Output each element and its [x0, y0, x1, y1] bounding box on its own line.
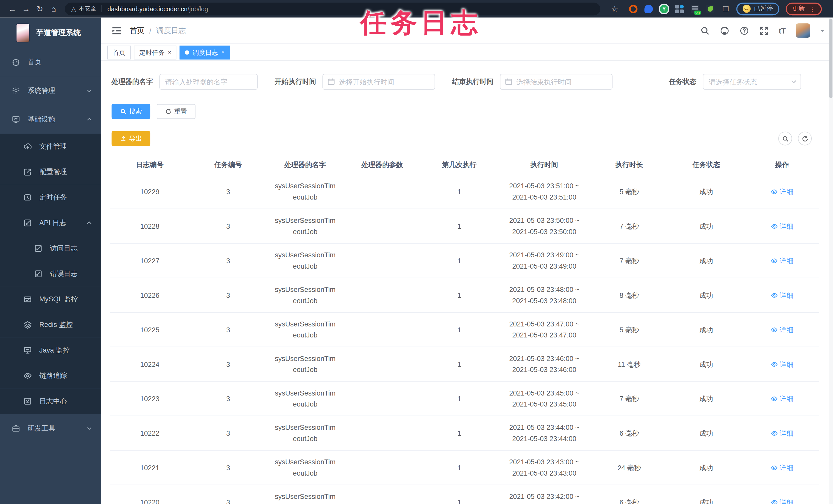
detail-link[interactable]: 详细 [745, 324, 819, 335]
reset-button[interactable]: 重置 [157, 104, 195, 119]
extensions-puzzle-icon[interactable]: ❒ [721, 5, 730, 13]
task-status-select[interactable] [703, 74, 801, 90]
extension-orange-ring-icon[interactable] [629, 5, 637, 13]
detail-link[interactable]: 详细 [745, 289, 819, 301]
sidebar-item-api-日志[interactable]: API 日志 [0, 210, 101, 236]
sidebar-item-label: 文件管理 [40, 142, 67, 151]
extensions-area: Y on ❒ [629, 5, 730, 13]
cell-duration: 6 毫秒 [591, 416, 668, 450]
sidebar-item-label: 配置管理 [40, 167, 67, 177]
cell-handler-param [344, 347, 421, 381]
reload-icon[interactable]: ↻ [33, 4, 47, 14]
menu-dots-icon[interactable]: ⋮ [809, 5, 815, 12]
end-time-input[interactable] [500, 74, 613, 90]
tab-close-icon[interactable]: × [168, 49, 171, 55]
app-logo[interactable]: 芋道管理系统 [0, 18, 101, 48]
font-size-icon[interactable]: tT [779, 26, 786, 35]
export-button[interactable]: 导出 [112, 131, 150, 146]
sidebar-item-链路追踪[interactable]: 链路追踪 [0, 363, 101, 388]
extension-blue-drop-icon[interactable] [644, 5, 653, 13]
edit-square-icon [23, 168, 32, 176]
profile-paused-badge[interactable]: 已暂停 [736, 2, 779, 15]
fullscreen-icon[interactable] [759, 26, 768, 35]
extension-leaf-icon[interactable] [706, 5, 714, 13]
back-icon[interactable]: ← [5, 4, 19, 13]
breadcrumb-home[interactable]: 首页 [129, 26, 144, 35]
detail-link[interactable]: 详细 [745, 462, 819, 473]
table-row: 102273sysUserSessionTimeoutJob12021-05-0… [110, 244, 819, 278]
scrollbar-thumb[interactable] [829, 19, 832, 98]
search-icon [782, 135, 789, 142]
refresh-table-button[interactable] [798, 132, 812, 146]
handler-name-input[interactable] [159, 74, 258, 90]
tags-view-bar: 首页定时任务×调度日志× [101, 44, 833, 61]
user-avatar[interactable] [796, 23, 810, 37]
page-scrollbar[interactable] [829, 18, 833, 504]
cell-actions: 详细 [745, 209, 819, 243]
cell-actions: 详细 [745, 485, 819, 504]
extension-on-badge-icon[interactable]: on [691, 5, 699, 13]
sidebar-item-首页[interactable]: 首页 [0, 48, 101, 76]
eye-icon [770, 257, 778, 264]
sidebar-item-错误日志[interactable]: 错误日志 [0, 261, 101, 287]
detail-link[interactable]: 详细 [745, 255, 819, 266]
sidebar-item-定时任务[interactable]: 定时任务 [0, 185, 101, 210]
search-icon[interactable] [700, 26, 710, 35]
cell-handler-name: sysUserSessionTimeoutJob [267, 175, 344, 209]
extension-grid-icon[interactable] [675, 5, 684, 13]
cell-handler-name: sysUserSessionTimeoutJob [267, 209, 344, 243]
cell-log-id: 10229 [110, 175, 190, 209]
cell-task-id: 3 [190, 485, 267, 504]
sidebar-item-基础设施[interactable]: 基础设施 [0, 105, 101, 134]
chrome-update-button[interactable]: 更新 ⋮ [786, 2, 822, 15]
detail-link[interactable]: 详细 [745, 393, 819, 404]
forward-icon[interactable]: → [19, 4, 33, 13]
cell-log-id: 10222 [110, 416, 190, 450]
detail-link[interactable]: 详细 [745, 221, 819, 232]
detail-link[interactable]: 详细 [745, 186, 819, 197]
tab-close-icon[interactable]: × [221, 49, 224, 55]
github-icon[interactable] [720, 26, 729, 35]
address-bar[interactable]: △ 不安全 dashboard.yudao.iocoder.cn/job/log [65, 2, 600, 15]
detail-link[interactable]: 详细 [745, 428, 819, 439]
extension-green-circle-icon[interactable]: Y [660, 5, 668, 13]
sidebar-item-配置管理[interactable]: 配置管理 [0, 159, 101, 185]
detail-link[interactable]: 详细 [745, 497, 819, 504]
sidebar-item-文件管理[interactable]: 文件管理 [0, 134, 101, 159]
sidebar-item-redis-监控[interactable]: Redis 监控 [0, 312, 101, 338]
not-secure-warning[interactable]: △ 不安全 [71, 5, 96, 13]
table-row: 102293sysUserSessionTimeoutJob12021-05-0… [110, 175, 819, 209]
sidebar-item-日志中心[interactable]: 日志中心 [0, 388, 101, 414]
detail-link[interactable]: 详细 [745, 358, 819, 370]
user-caret-down-icon[interactable] [820, 29, 825, 34]
toggle-search-button[interactable] [778, 132, 792, 146]
sidebar-item-系统管理[interactable]: 系统管理 [0, 76, 101, 105]
page-content: 处理器的名字 开始执行时间 结束执行时间 [101, 61, 833, 504]
cell-exec-index: 1 [421, 382, 498, 416]
search-button[interactable]: 搜索 [112, 104, 150, 119]
page-url[interactable]: dashboard.yudao.iocoder.cn/job/log [108, 5, 208, 12]
cell-exec-index: 1 [421, 451, 498, 484]
start-time-input[interactable] [323, 74, 435, 90]
cell-handler-param [344, 312, 421, 347]
cell-actions: 详细 [745, 416, 819, 450]
sidebar-item-访问日志[interactable]: 访问日志 [0, 236, 101, 261]
bookmark-star-icon[interactable]: ☆ [608, 4, 621, 14]
sidebar-item-java-监控[interactable]: Java 监控 [0, 337, 101, 363]
sidebar-item-mysql-监控[interactable]: MySQL 监控 [0, 286, 101, 312]
filter-form: 处理器的名字 开始执行时间 结束执行时间 [101, 61, 833, 90]
sidebar-toggle-icon[interactable] [112, 25, 122, 36]
tab-首页[interactable]: 首页 [107, 45, 130, 59]
cell-exec-index: 1 [421, 244, 498, 278]
log-table: 日志编号任务编号处理器的名字处理器的参数第几次执行执行时间执行时长任务状态操作 … [110, 155, 819, 504]
help-icon[interactable] [739, 26, 749, 35]
sidebar-item-研发工具[interactable]: 研发工具 [0, 414, 101, 443]
screenshot-stage: ← → ↻ ⌂ △ 不安全 dashboard.yudao.iocoder.cn… [0, 0, 833, 504]
cell-handler-param [344, 485, 421, 504]
tab-定时任务[interactable]: 定时任务× [134, 45, 177, 59]
chevron-up-icon [86, 220, 92, 226]
table-header-row: 日志编号任务编号处理器的名字处理器的参数第几次执行执行时间执行时长任务状态操作 [110, 155, 819, 175]
cell-exec-index: 1 [421, 278, 498, 312]
home-icon[interactable]: ⌂ [47, 4, 61, 13]
tab-调度日志[interactable]: 调度日志× [180, 45, 230, 59]
